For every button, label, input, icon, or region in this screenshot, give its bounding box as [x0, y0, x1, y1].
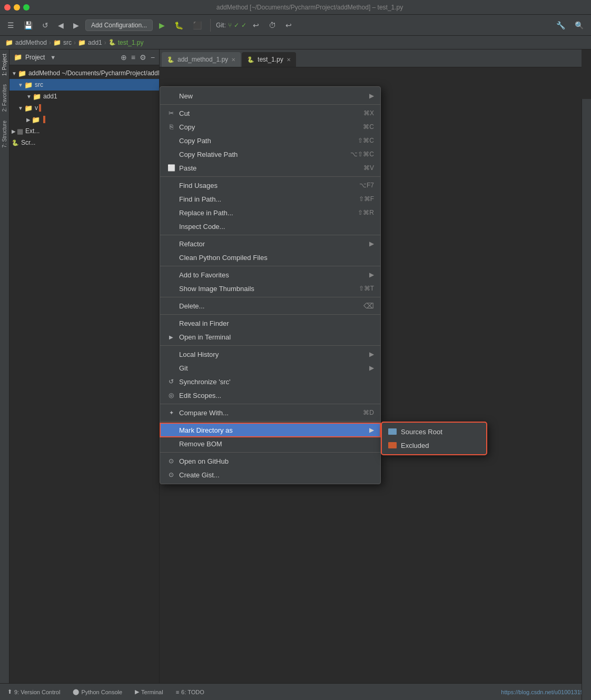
menu-item-compare[interactable]: ✦ Compare With... ⌘D: [160, 406, 380, 419]
project-dropdown-icon[interactable]: ▼: [50, 54, 56, 61]
menu-sep-10: [160, 452, 380, 453]
menu-item-new[interactable]: New ▶: [160, 89, 380, 103]
tree-item-v[interactable]: ▼ 📁 v: [9, 102, 159, 114]
statusbar-todo[interactable]: ≡ 6: TODO: [173, 688, 208, 696]
menu-item-paste[interactable]: ⬜ Paste ⌘V: [160, 161, 380, 175]
tree-label-add1: add1: [43, 93, 57, 100]
editor-tabs: 🐍 add_method_1.py ✕ 🐍 test_1.py ✕: [160, 49, 582, 67]
statusbar-version-control[interactable]: ⬆ 9: Version Control: [4, 687, 63, 696]
menu-item-delete[interactable]: Delete... ⌫: [160, 299, 380, 313]
statusbar-todo-icon: ≡: [176, 689, 179, 695]
toolbar-stop-btn[interactable]: ⬛: [190, 19, 205, 32]
project-gear-icon[interactable]: ⚙: [140, 53, 146, 62]
minimize-button[interactable]: [14, 4, 20, 11]
toolbar-save-btn[interactable]: 💾: [21, 19, 36, 32]
menu-label-synchronize: Synchronize 'src': [179, 378, 230, 386]
toolbar-forward-btn[interactable]: ▶: [70, 19, 82, 32]
menu-item-reveal-finder[interactable]: Reveal in Finder: [160, 316, 380, 330]
project-settings-icon[interactable]: ≡: [131, 53, 135, 62]
menu-item-git[interactable]: Git ▶: [160, 361, 380, 375]
menu-item-copy-rel[interactable]: Copy Relative Path ⌥⇧⌘C: [160, 147, 380, 161]
project-header-icons: ⊕ ≡ ⚙ −: [121, 53, 155, 62]
tree-item-add1[interactable]: ▼ 📁 add1: [9, 91, 159, 102]
statusbar-vc-icon: ⬆: [7, 688, 12, 695]
toolbar-run-btn[interactable]: ▶: [156, 19, 168, 32]
toolbar-search-btn[interactable]: 🔍: [572, 19, 587, 32]
tree-item-src[interactable]: ▼ 📁 src: [9, 79, 159, 91]
toolbar-history-btn[interactable]: ⏱: [265, 19, 279, 32]
tab-test1-close[interactable]: ✕: [287, 57, 291, 63]
tree-folder-icon-vsub1: 📁: [32, 116, 40, 124]
submenu-icon-excluded: [388, 442, 397, 448]
menu-item-replace-path[interactable]: Replace in Path... ⇧⌘R: [160, 206, 380, 219]
menu-item-synchronize[interactable]: ↺ Synchronize 'src': [160, 375, 380, 388]
menu-item-mark-directory[interactable]: Mark Directory as ▶ Sources Root Exclude…: [160, 423, 380, 437]
menu-item-find-usages[interactable]: Find Usages ⌥F7: [160, 178, 380, 192]
menu-label-mark-directory: Mark Directory as: [179, 426, 233, 434]
right-sidebar: [582, 99, 591, 700]
menu-item-remove-bom[interactable]: Remove BOM: [160, 437, 380, 451]
menu-item-refactor[interactable]: Refactor ▶: [160, 237, 380, 251]
menu-item-clean-python[interactable]: Clean Python Compiled Files: [160, 251, 380, 264]
menu-item-cut[interactable]: ✂ Cut ⌘X: [160, 106, 380, 120]
toolbar-revert-btn[interactable]: ↩: [282, 19, 295, 32]
tree-item-v-sub1[interactable]: ▶ 📁: [9, 114, 159, 125]
menu-item-edit-scopes[interactable]: ◎ Edit Scopes...: [160, 388, 380, 402]
sidebar-item-favorites[interactable]: 2: Favorites: [1, 80, 8, 116]
toolbar-sync-btn[interactable]: ↺: [39, 19, 52, 32]
tab-add-method[interactable]: 🐍 add_method_1.py ✕: [162, 52, 241, 67]
statusbar-terminal[interactable]: ▶ Terminal: [132, 687, 166, 696]
breadcrumb: 📁 addMethod › 📁 src › 📁 add1 › 🐍 test_1.…: [0, 36, 591, 49]
toolbar-wrench-btn[interactable]: 🔧: [553, 19, 568, 32]
tree-item-scr[interactable]: 🐍 Scr...: [9, 137, 159, 148]
tab-test1[interactable]: 🐍 test_1.py ✕: [242, 52, 296, 67]
tree-folder-icon-src: 📁: [24, 81, 33, 89]
toolbar-push-btn[interactable]: ↩: [250, 19, 262, 32]
toolbar-back-btn[interactable]: ◀: [55, 19, 67, 32]
project-header: 📁 Project ▼ ⊕ ≡ ⚙ −: [9, 49, 159, 65]
menu-item-show-image[interactable]: Show Image Thumbnails ⇧⌘T: [160, 282, 380, 295]
submenu-item-excluded[interactable]: Excluded: [382, 438, 486, 452]
breadcrumb-file[interactable]: test_1.py: [118, 39, 144, 46]
project-close-icon[interactable]: −: [151, 53, 155, 62]
menu-arrow-mark-directory: ▶: [369, 426, 374, 434]
statusbar-python-console[interactable]: ⬤ Python Console: [70, 687, 125, 696]
project-locate-icon[interactable]: ⊕: [121, 53, 127, 62]
breadcrumb-src-icon: 📁: [53, 39, 61, 46]
maximize-button[interactable]: [23, 4, 29, 11]
add-configuration-button[interactable]: Add Configuration...: [85, 19, 153, 31]
tree-bar-vsub1: [43, 116, 45, 123]
git-check2-icon: ✓: [241, 22, 247, 29]
sidebar-item-structure[interactable]: 7: Structure: [1, 116, 8, 152]
submenu-item-sources-root[interactable]: Sources Root: [382, 425, 486, 438]
breadcrumb-src[interactable]: src: [63, 39, 72, 46]
tab-add-method-close[interactable]: ✕: [231, 57, 235, 63]
breadcrumb-project-icon: 📁: [5, 39, 13, 46]
menu-sep-9: [160, 421, 380, 422]
menu-item-copy-path[interactable]: Copy Path ⇧⌘C: [160, 134, 380, 147]
breadcrumb-addmethod[interactable]: addMethod: [15, 39, 47, 46]
tab-test1-icon: 🐍: [247, 56, 254, 63]
menu-item-copy[interactable]: ⎘ Copy ⌘C: [160, 120, 380, 134]
menu-item-create-gist[interactable]: ⊙ Create Gist...: [160, 468, 380, 482]
toolbar-separator: [210, 19, 211, 32]
tree-label-src: src: [35, 81, 43, 88]
breadcrumb-add1[interactable]: add1: [88, 39, 102, 46]
breadcrumb-sep1: ›: [49, 39, 51, 46]
menu-item-add-favorites[interactable]: Add to Favorites ▶: [160, 268, 380, 282]
menu-item-find-path[interactable]: Find in Path... ⇧⌘F: [160, 192, 380, 206]
menu-item-open-github[interactable]: ⊙ Open on GitHub: [160, 454, 380, 468]
menu-shortcut-copy: ⌘C: [363, 123, 374, 131]
menu-item-local-history[interactable]: Local History ▶: [160, 347, 380, 361]
tree-item-ext[interactable]: ▶ ▦ Ext...: [9, 125, 159, 137]
toolbar-menu-btn[interactable]: ☰: [4, 19, 17, 32]
left-sidebar: 1: Project 2: Favorites 7: Structure: [0, 49, 9, 683]
sidebar-item-project[interactable]: 1: Project: [1, 49, 8, 80]
tree-item-addmethod[interactable]: ▼ 📁 addMethod ~/Documents/PycharmProject…: [9, 67, 159, 79]
tree-folder-icon-addmethod: 📁: [18, 69, 26, 77]
menu-item-inspect[interactable]: Inspect Code...: [160, 219, 380, 233]
menu-arrow-refactor: ▶: [369, 240, 374, 247]
toolbar-debug-btn[interactable]: 🐛: [171, 19, 186, 32]
menu-item-open-terminal[interactable]: ▶ Open in Terminal: [160, 330, 380, 344]
close-button[interactable]: [4, 4, 11, 11]
